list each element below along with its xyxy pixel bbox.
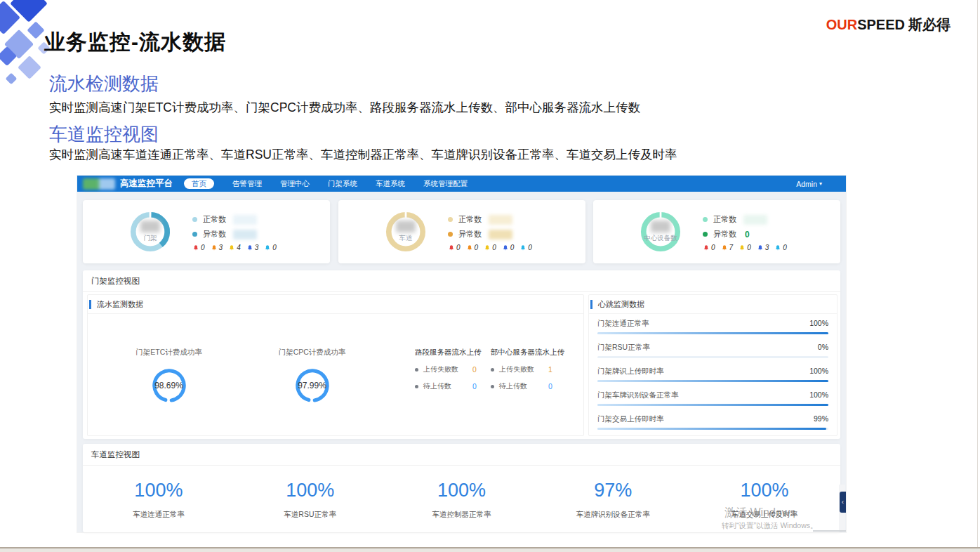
bell-icon xyxy=(774,244,781,251)
alarm-count: 0 xyxy=(747,244,751,251)
legend-label: 异常数 xyxy=(713,229,736,239)
upload-fail-count: 0 xyxy=(472,365,477,374)
stat-value: 100% xyxy=(83,480,234,501)
slide: 业务监控-流水数据 OURSPEED斯必得 流水检测数据 实时监测高速门架ETC… xyxy=(0,0,980,552)
slide-bottom-shade xyxy=(0,548,980,552)
bell-icon xyxy=(246,244,253,251)
bell-icon xyxy=(264,244,271,251)
chevron-left-icon: ‹ xyxy=(842,499,844,506)
summary-card-gantry: 门架 正常数 异常数 0 3 4 3 xyxy=(83,200,330,263)
lane-stat: 100% 车道RSU正常率 xyxy=(234,480,386,520)
section-body: 实时监测高速门架ETC计费成功率、门架CPC计费成功率、路段服务器流水上传数、部… xyxy=(49,99,640,116)
alarm-bells: 0 7 0 3 0 xyxy=(703,244,787,251)
bullet-dot xyxy=(491,368,494,372)
card-legend: 正常数 异常数 0 0 7 0 3 0 xyxy=(703,212,787,251)
donut-label: 中心设备数 xyxy=(644,234,677,243)
card-legend: 正常数 异常数 0 3 4 3 0 xyxy=(192,212,277,251)
alarm-count: 3 xyxy=(219,244,223,251)
windows-watermark-line1: 激活 Windows xyxy=(724,506,795,520)
subpanel-title: 心跳监测数据 xyxy=(598,299,644,310)
gauge-cpc-success: 门架CPC计费成功率 97.99% xyxy=(251,348,373,405)
progress-bar xyxy=(597,428,828,430)
alarm-count: 0 xyxy=(456,244,461,251)
gauge-etc-success: 门架ETC计费成功率 98.69% xyxy=(107,348,230,405)
progress-bar xyxy=(597,356,828,358)
tab-management-center[interactable]: 管理中心 xyxy=(280,179,310,189)
alarm-count: 0 xyxy=(492,244,496,251)
section-heading: 车道监控视图 xyxy=(49,122,159,147)
alarm-count: 0 xyxy=(528,244,532,251)
upload-pending-count: 0 xyxy=(472,382,477,390)
page-title: 业务监控-流水数据 xyxy=(44,28,226,57)
collapse-tab[interactable]: ‹ xyxy=(840,492,846,513)
legend-label: 异常数 xyxy=(458,229,482,239)
bell-icon xyxy=(721,244,728,251)
app-brand: 高速监控平台 xyxy=(120,178,173,190)
stat-label: 车道RSU正常率 xyxy=(234,510,386,520)
scrollbar-thumb[interactable] xyxy=(813,530,846,532)
accent-bar xyxy=(590,300,592,309)
tab-system-config[interactable]: 系统管理配置 xyxy=(423,179,468,189)
alarm-count: 4 xyxy=(237,244,241,251)
upload-group-ministry-server: 部中心服务器流水上传 上传失败数 1 待上传数 0 xyxy=(491,348,564,391)
stat-value: 100% xyxy=(234,480,386,501)
tab-home[interactable]: 首页 xyxy=(184,178,214,190)
bell-icon xyxy=(211,244,218,251)
stat-label: 车道连通正常率 xyxy=(83,510,234,520)
bell-icon xyxy=(466,244,473,251)
subpanel-title: 流水监测数据 xyxy=(97,299,143,310)
censored-value xyxy=(743,215,767,225)
stat-value: 100% xyxy=(386,480,538,501)
progress-bar xyxy=(597,380,828,382)
tab-gantry-system[interactable]: 门架系统 xyxy=(328,179,357,189)
gantry-monitor-panel: 门架监控视图 流水监测数据 门架ETC计费成功率 98.69% xyxy=(83,270,840,439)
alarm-count: 0 xyxy=(711,244,715,251)
logo-text-our: OUR xyxy=(826,17,857,32)
tab-alarm-management[interactable]: 告警管理 xyxy=(232,179,262,189)
lane-stat: 100% 车道控制器正常率 xyxy=(386,480,538,520)
lane-stat: 97% 车道牌识别设备正常率 xyxy=(537,480,689,520)
user-menu[interactable]: Admin ▾ xyxy=(796,180,822,188)
stat-label: 车道控制器正常率 xyxy=(386,510,538,520)
panel-title: 车道监控视图 xyxy=(83,444,840,466)
section-heading: 流水检测数据 xyxy=(49,72,159,96)
alarm-count: 0 xyxy=(475,244,479,251)
abnormal-count: 0 xyxy=(745,230,750,239)
alarm-bells: 0 3 4 3 0 xyxy=(192,244,277,251)
stat-label: 车道牌识别设备正常率 xyxy=(537,510,689,520)
upload-pending-count: 0 xyxy=(548,382,552,390)
censored-value xyxy=(651,221,670,232)
app-logo-censored xyxy=(83,178,115,190)
bullet-dot xyxy=(415,368,418,372)
alarm-count: 0 xyxy=(510,244,515,251)
legend-label: 正常数 xyxy=(203,214,226,225)
bullet-dot xyxy=(491,385,494,388)
lane-stat: 100% 车道连通正常率 xyxy=(83,480,234,520)
decorative-diamond xyxy=(18,55,41,79)
bell-icon xyxy=(519,244,527,251)
heartbeat-percent: 100% xyxy=(809,367,828,376)
slide-right-border xyxy=(977,0,978,547)
heartbeat-percent: 100% xyxy=(809,319,828,329)
legend-dot xyxy=(448,232,453,237)
censored-value xyxy=(489,230,512,239)
heartbeat-percent: 99% xyxy=(814,414,828,424)
accent-bar xyxy=(89,300,91,309)
panel-title: 门架监控视图 xyxy=(83,270,840,292)
heartbeat-row: 门架交易上传即时率 99% xyxy=(597,414,828,430)
heartbeat-row: 门架连通正常率 100% xyxy=(597,319,828,334)
heartbeat-row: 门架车牌识别设备正常率 100% xyxy=(597,390,828,406)
alarm-count: 0 xyxy=(201,244,205,251)
heartbeat-subpanel: 心跳监测数据 门架连通正常率 100% 门架RSU正常率 0% xyxy=(588,294,837,436)
donut-label: 门架 xyxy=(144,234,157,243)
gauge-value: 98.69% xyxy=(150,366,189,405)
upload-fail-count: 1 xyxy=(548,365,552,374)
alarm-bells: 0 0 0 0 0 xyxy=(448,244,532,251)
dashboard-screenshot: 高速监控平台 首页 告警管理 管理中心 门架系统 车道系统 系统管理配置 Adm… xyxy=(77,176,846,532)
heartbeat-row: 门架牌识上传即时率 100% xyxy=(597,367,828,382)
alarm-count: 3 xyxy=(765,244,769,251)
stat-value: 100% xyxy=(689,480,840,501)
censored-value xyxy=(233,215,257,225)
summary-card-center-devices: 中心设备数 正常数 异常数 0 0 7 0 3 xyxy=(593,200,840,263)
tab-lane-system[interactable]: 车道系统 xyxy=(376,179,405,189)
